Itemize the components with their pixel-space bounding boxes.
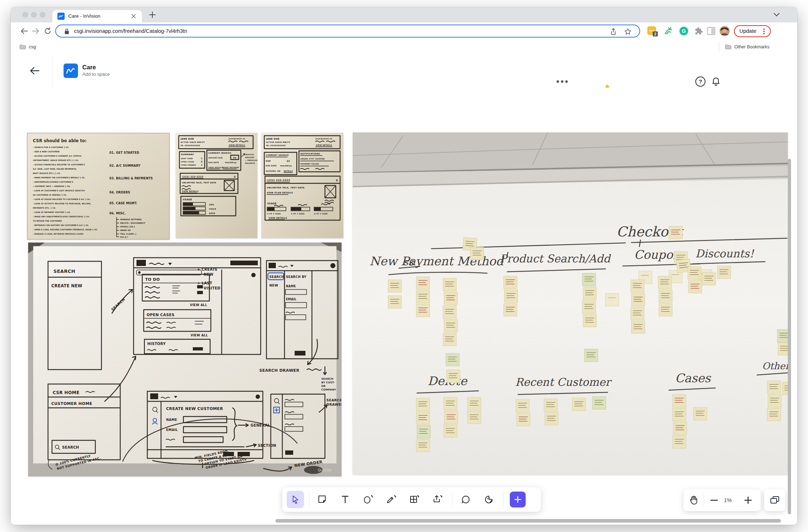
extensions-puzzle-icon[interactable] <box>694 26 703 36</box>
zoom-controls: 1% <box>683 489 761 511</box>
pan-hand-icon[interactable] <box>688 495 699 506</box>
csr-line: PAYMENTS ETC. } 03. <box>33 207 56 209</box>
freehand-canvas[interactable]: CSR should be able to: - SEARCH FOR A CU… <box>11 88 797 525</box>
forward-icon[interactable] <box>31 27 40 35</box>
share-page-icon[interactable] <box>609 27 618 36</box>
wf-view-invoice: VIEW INVOICE <box>208 167 223 169</box>
wf-view-plan-link: VIEW PLAN DETAILS <box>267 191 293 194</box>
wf-usage-row: DATA <box>209 212 215 214</box>
upload-tool[interactable] <box>429 491 446 508</box>
board-email: EMAIL <box>166 428 178 432</box>
wf-due: DUE <box>266 160 271 162</box>
board-drawer-small: SEARCH <box>321 378 333 380</box>
window-minimize-button[interactable] <box>31 12 37 18</box>
grammarly-icon[interactable]: G <box>678 25 690 37</box>
shape-tool[interactable] <box>360 491 377 508</box>
tab-close-icon[interactable] <box>131 14 136 19</box>
board-search-btn: SEARCH <box>62 445 79 449</box>
extension-green-icon[interactable] <box>664 26 674 36</box>
photo-wireframe-sheet-a[interactable]: JANE DOE ACTIVE SINCE MM/YY ID: XXXXXXXX… <box>176 133 257 238</box>
photo-wireframe-sheet-b[interactable]: JANE DOE ACTIVE SINCE MM/YY ID: XXXXXXXX… <box>261 133 343 238</box>
tab-care-invision[interactable]: Care - InVision <box>52 10 142 22</box>
document-title-block[interactable]: Care Add to space <box>82 64 110 78</box>
window-zoom-button[interactable] <box>40 12 45 18</box>
board-view-all: VIEW ALL <box>190 303 207 307</box>
wf-name: JANE DOE <box>266 138 279 140</box>
csr-line: - LOOK AT USAGE RELATED TO CUSTOMER'S A/… <box>33 198 91 200</box>
csr-line: - ADD A NEW CUSTOMER <box>33 151 60 153</box>
bookmark-star-icon[interactable] <box>624 27 632 36</box>
profile-avatar[interactable] <box>719 26 730 36</box>
tab-strip: Care - InVision <box>11 7 797 22</box>
csr-line: NEXT INVOICE ETC.) } 03. <box>33 172 61 174</box>
wf-usage-caption: X OF Y USED <box>267 213 281 215</box>
wf-since: ACTIVE SINCE MM/YY <box>266 141 290 143</box>
window-close-button[interactable] <box>22 12 28 18</box>
sticky-note-tool[interactable] <box>313 491 331 508</box>
bookmark-folder-csg[interactable]: csg <box>29 44 36 49</box>
zoom-level[interactable]: 1% <box>724 497 732 503</box>
board-create-customer: CREATE NEW CUSTOMER <box>166 406 223 411</box>
wf-dollar: $ <box>234 175 236 178</box>
sticker-tool[interactable] <box>480 491 498 508</box>
extension-yellow-icon[interactable]: 2 <box>647 26 659 37</box>
wf-view-details-link: VIEW DETAILS <box>269 217 287 219</box>
csr-line: - ADD/REMOVE/CHANGE CUSTOMER'S <box>33 181 73 183</box>
csr-line: - RETRIEVE CSR HISTORY ON CUSTOMER'S A/C… <box>33 224 89 226</box>
horizontal-scrollbar[interactable] <box>275 519 781 523</box>
add-tool[interactable] <box>510 492 526 507</box>
bookmarks-bar: csg Other Bookmarks <box>11 40 797 54</box>
photo-sticky-wall[interactable]: ss Checkout New Payment Method Product S… <box>353 132 788 475</box>
browser-toolbar: csgi.invisionapp.com/freehand/Catalog-7v… <box>11 22 797 40</box>
wall-header-recent-customer: Recent Customer <box>515 376 612 388</box>
back-icon[interactable] <box>19 27 29 35</box>
tab-search-chevron-icon[interactable] <box>773 12 780 17</box>
wf-summary-label: SENT OVER <box>181 158 193 160</box>
board-last-visited: + LAST <box>197 281 212 285</box>
more-menu-icon[interactable] <box>556 79 570 84</box>
notifications-bell-icon[interactable] <box>711 76 721 87</box>
wf-autopay: AUTOPAY: ON <box>266 170 281 172</box>
wall-header-product-search-add: Product Search/Add <box>500 252 611 265</box>
other-bookmarks[interactable]: Other Bookmarks <box>734 44 769 49</box>
csr-line: - ACCESS FINANCIALS RELATED TO CUSTOMER'… <box>33 163 85 166</box>
board-drawer-small: COMPANY <box>321 388 336 391</box>
photo-flow-whiteboard[interactable]: Quartet SEARCH CREATE NEW SEARCH <box>28 243 342 476</box>
minimap-icon[interactable] <box>770 496 780 505</box>
chrome-update-button[interactable]: Update <box>734 25 771 37</box>
comment-tool[interactable] <box>457 491 474 508</box>
wf-details-link: DETAILS <box>284 170 293 172</box>
add-to-space-link[interactable]: Add to space <box>82 71 110 78</box>
table-tool[interactable] <box>406 491 423 508</box>
extension-sidebar-icon[interactable] <box>707 27 716 35</box>
wf-amount-val: $$ <box>233 156 236 159</box>
vertical-scrollbar[interactable] <box>788 159 791 514</box>
board-open-cases: OPEN CASES <box>147 313 174 317</box>
csr-line: - MAKE ANY ADJUSTMENTS/GIVE CREDITS/DISC… <box>33 215 90 218</box>
svg-text:G: G <box>682 28 686 34</box>
browser-window: Care - InVision <box>11 7 797 525</box>
address-bar[interactable]: csgi.invisionapp.com/freehand/Catalog-7v… <box>55 25 640 38</box>
wf-due-date: DUE DATE <box>266 165 277 167</box>
zoom-divider <box>704 494 704 507</box>
photo-csr-requirements-whiteboard[interactable]: CSR should be able to: - SEARCH FOR A CU… <box>27 133 170 240</box>
wf-phone: (222) 222-2222 <box>267 179 290 182</box>
new-tab-icon[interactable] <box>149 11 156 18</box>
draw-tool[interactable] <box>383 491 400 508</box>
wf-view-details-link: VIEW DETAILS <box>182 190 199 192</box>
zoom-in-icon[interactable] <box>744 496 752 504</box>
wf-note: + PREVIOUS <box>245 160 257 161</box>
reload-icon[interactable] <box>43 27 52 35</box>
csr-line: (INTREATMENT, GRACE PERIOD ETC.) } 02. <box>33 159 79 161</box>
invision-favicon <box>57 13 65 20</box>
back-arrow-icon[interactable] <box>30 66 40 75</box>
wf-make-payment: MAKE PAYMENT <box>223 167 239 169</box>
wf-phone: (222) 222-2222 <box>182 175 203 178</box>
text-tool[interactable] <box>336 491 354 508</box>
zoom-out-icon[interactable] <box>710 499 718 501</box>
wf-usage-row: SMS <box>209 204 214 206</box>
csr-line: - ACCESS CUSTOMER'S CURRENT A/C STATUS <box>33 155 81 157</box>
select-tool[interactable] <box>287 491 304 508</box>
help-button[interactable]: ? <box>695 77 705 87</box>
board-csr-home: CSR HOME <box>53 390 79 395</box>
